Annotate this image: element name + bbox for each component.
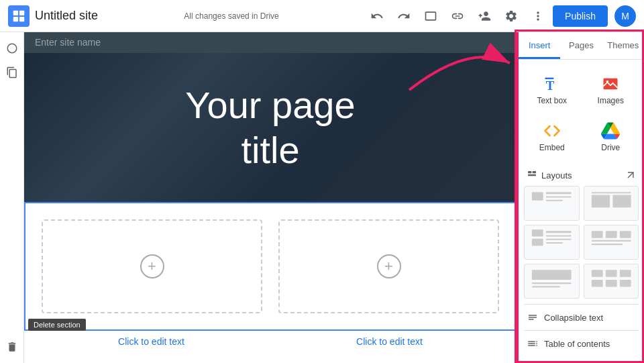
svg-point-4 (7, 44, 17, 53)
add-user-button[interactable] (472, 4, 496, 28)
logo-area: Untitled site (8, 5, 98, 27)
main-layout: Enter site name Your page title + + Dele… (0, 32, 644, 363)
site-name-bar: Enter site name (24, 32, 517, 53)
images-label: Images (598, 96, 624, 105)
click-to-edit-left[interactable]: Click to edit text (40, 331, 262, 352)
drive-icon (601, 121, 620, 140)
insert-items-grid: T Text box Images (524, 68, 639, 159)
svg-rect-22 (546, 236, 572, 237)
svg-rect-13 (546, 192, 572, 194)
layouts-grid (524, 186, 639, 299)
insert-drive[interactable]: Drive (583, 115, 639, 159)
publish-button[interactable]: Publish (553, 5, 608, 27)
collapsible-icon (527, 311, 539, 323)
svg-rect-17 (612, 195, 631, 207)
svg-rect-23 (546, 239, 572, 240)
text-box-icon: T (543, 74, 561, 93)
svg-rect-27 (619, 231, 631, 238)
tab-themes[interactable]: Themes (602, 32, 644, 59)
sidebar-circle-icon[interactable] (1, 38, 23, 59)
left-sidebar (0, 32, 24, 363)
svg-rect-31 (532, 282, 572, 284)
svg-rect-35 (619, 270, 631, 277)
tab-pages[interactable]: Pages (560, 32, 602, 59)
layouts-header: Layouts (524, 167, 639, 186)
save-status: All changes saved in Drive (103, 11, 360, 21)
hero-section[interactable]: Your page title (24, 53, 517, 202)
embed-icon (543, 121, 561, 140)
layout-thumb-3[interactable] (524, 225, 580, 260)
canvas-area: Enter site name Your page title + + Dele… (24, 32, 517, 363)
sidebar-delete-icon[interactable] (1, 336, 23, 358)
svg-rect-38 (619, 280, 631, 287)
content-block-right: + (278, 219, 499, 313)
svg-rect-15 (546, 200, 563, 201)
svg-rect-26 (605, 231, 616, 238)
svg-rect-28 (591, 240, 631, 242)
svg-rect-33 (591, 270, 602, 277)
layout-thumb-6[interactable] (584, 264, 639, 299)
collapsible-text-item[interactable]: Collapsible text (524, 304, 639, 330)
svg-rect-3 (19, 16, 24, 21)
insert-images[interactable]: Images (583, 68, 639, 112)
tab-insert[interactable]: Insert (519, 32, 560, 59)
drive-label: Drive (601, 143, 620, 152)
svg-rect-16 (591, 195, 609, 207)
app-logo-icon (8, 5, 30, 27)
svg-rect-10 (533, 171, 536, 173)
svg-rect-25 (591, 231, 602, 238)
svg-rect-24 (546, 242, 563, 244)
more-button[interactable] (526, 4, 550, 28)
layouts-collapse-icon[interactable] (625, 170, 636, 180)
layout-thumb-5[interactable] (524, 264, 580, 299)
svg-rect-32 (532, 286, 560, 287)
layout-thumb-1[interactable] (524, 186, 580, 221)
delete-section-tooltip: Delete section (28, 319, 86, 331)
toc-item[interactable]: Table of contents (524, 330, 639, 356)
toc-icon (527, 338, 539, 350)
content-area: + + Delete section (24, 202, 517, 331)
layout-thumb-2[interactable] (584, 186, 639, 221)
link-button[interactable] (445, 4, 470, 28)
add-content-left-button[interactable]: + (140, 254, 164, 278)
click-to-edit-row: Click to edit text Click to edit text (24, 331, 517, 363)
settings-button[interactable] (499, 4, 523, 28)
svg-rect-18 (591, 192, 631, 193)
layout-thumb-4[interactable] (584, 225, 639, 260)
panel-tabs: Insert Pages Themes (519, 32, 644, 60)
text-box-label: Text box (537, 96, 567, 105)
svg-rect-2 (13, 16, 18, 21)
collapsible-text-label: Collapsible text (544, 313, 603, 323)
sidebar-copy-icon[interactable] (1, 62, 23, 83)
redo-button[interactable] (392, 4, 416, 28)
svg-rect-37 (605, 280, 616, 287)
panel-insert-content: T Text box Images (519, 60, 644, 363)
app-header: Untitled site All changes saved in Drive… (0, 0, 644, 32)
hero-title: Your page title (185, 83, 355, 172)
svg-rect-30 (532, 270, 572, 280)
svg-rect-9 (528, 171, 531, 173)
add-content-right-button[interactable]: + (377, 254, 401, 278)
svg-rect-12 (532, 192, 543, 201)
preview-button[interactable] (419, 4, 443, 28)
images-icon (601, 74, 620, 93)
svg-rect-21 (546, 231, 572, 233)
toc-label: Table of contents (544, 339, 610, 349)
svg-rect-11 (528, 174, 536, 176)
insert-embed[interactable]: Embed (524, 115, 580, 159)
svg-rect-20 (532, 239, 543, 246)
header-actions: Publish M (365, 4, 636, 28)
svg-rect-19 (532, 229, 543, 237)
svg-rect-29 (591, 244, 622, 245)
content-block-left: + (42, 219, 262, 313)
site-name-placeholder[interactable]: Enter site name (35, 37, 101, 48)
click-to-edit-right[interactable]: Click to edit text (278, 331, 500, 352)
svg-rect-0 (13, 10, 18, 15)
svg-text:T: T (545, 79, 554, 93)
insert-text-box[interactable]: T Text box (524, 68, 580, 112)
avatar[interactable]: M (614, 5, 636, 27)
site-title[interactable]: Untitled site (35, 9, 98, 23)
svg-point-8 (606, 81, 609, 83)
undo-button[interactable] (365, 4, 389, 28)
layouts-label: Layouts (541, 170, 572, 180)
